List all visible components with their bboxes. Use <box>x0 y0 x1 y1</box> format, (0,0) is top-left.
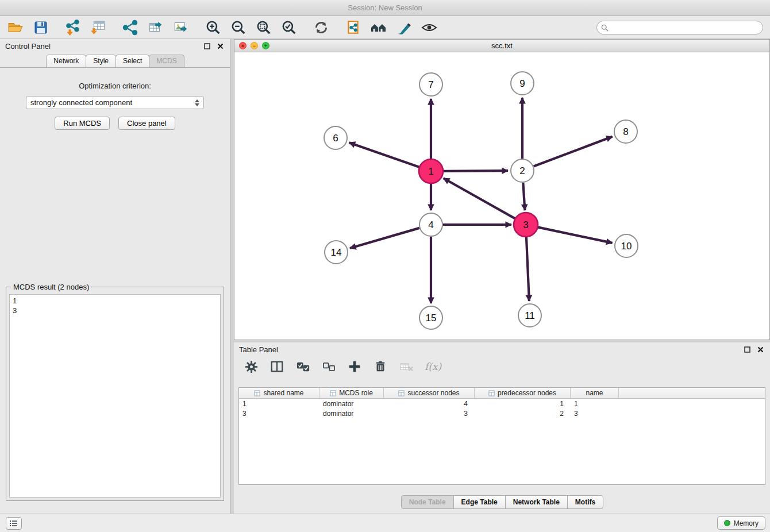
zoom-in-icon[interactable] <box>205 19 222 36</box>
tab-style[interactable]: Style <box>86 55 116 67</box>
run-mcds-button[interactable]: Run MCDS <box>55 117 110 130</box>
cell-shared-name[interactable]: 1 <box>239 399 319 408</box>
column-header-name[interactable]: name <box>571 388 619 399</box>
tab-motifs[interactable]: Motifs <box>567 495 603 509</box>
close-panel-icon[interactable] <box>215 41 225 51</box>
import-table-icon[interactable] <box>90 19 107 36</box>
refresh-view-icon[interactable] <box>313 19 330 36</box>
column-header-successor-nodes[interactable]: successor nodes <box>384 388 475 399</box>
status-bar: Memory <box>0 514 770 532</box>
graph-edge-1-6[interactable] <box>349 142 420 167</box>
cell-name[interactable]: 3 <box>571 408 619 418</box>
close-window-icon[interactable]: × <box>239 42 247 49</box>
graph-node-15[interactable]: 15 <box>419 306 442 329</box>
graph-node-8[interactable]: 8 <box>614 120 637 143</box>
optimization-criterion-select[interactable]: strongly connected component <box>26 96 204 109</box>
column-type-icon <box>488 390 495 396</box>
column-header-predecessor-nodes[interactable]: predecessor nodes <box>475 388 571 399</box>
new-network-icon[interactable] <box>122 19 139 36</box>
graph-edge-1-2[interactable] <box>443 171 508 171</box>
open-session-icon[interactable] <box>7 19 24 36</box>
graph-edge-4-14[interactable] <box>350 228 419 248</box>
delete-table-icon-disabled <box>399 359 414 374</box>
network-window-titlebar[interactable]: × − + scc.txt <box>234 40 769 52</box>
show-hide-details-eye-icon[interactable] <box>421 19 438 36</box>
graph-node-9[interactable]: 9 <box>511 72 534 95</box>
search-field-wrap <box>596 21 763 34</box>
graph-node-3[interactable]: 3 <box>514 213 538 237</box>
graph-node-2[interactable]: 2 <box>511 159 534 182</box>
graph-node-7[interactable]: 7 <box>419 73 442 96</box>
mcds-result-list[interactable]: 1 3 <box>9 294 221 498</box>
column-type-icon <box>330 390 336 396</box>
memory-button[interactable]: Memory <box>717 516 765 530</box>
apply-style-icon[interactable] <box>395 19 413 36</box>
svg-text:15: 15 <box>426 313 437 323</box>
cell-mcds-role[interactable]: dominator <box>319 399 384 408</box>
graph-node-11[interactable]: 11 <box>518 304 541 327</box>
export-table-icon[interactable] <box>147 19 164 36</box>
network-canvas[interactable]: 7968124314101511 <box>234 52 769 340</box>
cell-name[interactable]: 1 <box>571 399 619 408</box>
cell-successor-nodes[interactable]: 3 <box>384 408 475 418</box>
graph-edge-2-3[interactable] <box>523 183 525 210</box>
zoom-out-icon[interactable] <box>230 19 247 36</box>
deselect-all-rows-icon[interactable] <box>321 359 336 374</box>
tab-edge-table[interactable]: Edge Table <box>453 495 506 509</box>
control-panel-header: Control Panel <box>0 39 230 53</box>
graph-edge-3-1[interactable] <box>444 178 515 218</box>
window-title: Session: New Session <box>348 3 422 12</box>
close-table-panel-icon[interactable] <box>756 345 765 354</box>
graph-node-4[interactable]: 4 <box>419 213 442 236</box>
minimize-window-icon[interactable]: − <box>251 42 258 49</box>
show-column-icon[interactable] <box>270 359 284 374</box>
export-image-icon[interactable] <box>172 19 190 36</box>
task-history-button[interactable] <box>6 517 22 530</box>
column-header-mcds-role[interactable]: MCDS role <box>319 388 384 399</box>
cell-predecessor-nodes[interactable]: 2 <box>475 408 571 418</box>
graph-edge-3-10[interactable] <box>538 227 613 242</box>
search-icon <box>601 24 609 34</box>
tab-network-table[interactable]: Network Table <box>505 495 568 509</box>
close-panel-button[interactable]: Close panel <box>118 117 175 130</box>
svg-text:1: 1 <box>428 166 433 177</box>
import-network-icon[interactable] <box>64 19 82 36</box>
tab-mcds[interactable]: MCDS <box>149 55 184 67</box>
control-panel: Control Panel Network Style Select MCDS … <box>0 39 230 514</box>
select-all-rows-icon[interactable] <box>295 359 310 374</box>
optimization-criterion-label: Optimization criterion: <box>0 82 230 90</box>
cell-mcds-role[interactable]: dominator <box>319 408 384 418</box>
save-session-icon[interactable] <box>32 19 49 36</box>
window-titlebar: Session: New Session <box>0 0 770 16</box>
column-header-shared-name[interactable]: shared name <box>239 388 319 399</box>
mcds-result-box: MCDS result (2 nodes) 1 3 <box>6 283 224 501</box>
search-input[interactable] <box>596 21 763 34</box>
float-table-panel-icon[interactable] <box>742 345 752 354</box>
delete-column-trash-icon[interactable] <box>373 359 388 374</box>
svg-text:4: 4 <box>428 219 433 230</box>
table-row[interactable]: 3 dominator 3 2 3 <box>239 408 765 418</box>
open-annotations-icon[interactable] <box>345 19 362 36</box>
tab-network[interactable]: Network <box>46 55 86 67</box>
graph-node-14[interactable]: 14 <box>325 241 348 264</box>
table-row[interactable]: 1 dominator 4 1 1 <box>239 399 765 408</box>
tab-node-table[interactable]: Node Table <box>401 495 454 509</box>
maximize-window-icon[interactable]: + <box>262 42 270 49</box>
table-settings-gear-icon[interactable] <box>244 359 259 374</box>
zoom-fit-icon[interactable] <box>255 19 272 36</box>
cell-successor-nodes[interactable]: 4 <box>384 399 475 408</box>
network-window-title: scc.txt <box>491 41 513 50</box>
graph-node-1[interactable]: 1 <box>419 159 443 183</box>
cell-shared-name[interactable]: 3 <box>239 408 319 418</box>
graph-node-10[interactable]: 10 <box>615 234 638 257</box>
table-panel-title: Table Panel <box>239 345 278 354</box>
cell-predecessor-nodes[interactable]: 1 <box>475 399 571 408</box>
create-column-plus-icon[interactable] <box>347 359 362 374</box>
network-overview-icon[interactable] <box>370 19 387 36</box>
float-panel-icon[interactable] <box>202 41 211 51</box>
graph-edge-3-11[interactable] <box>526 237 529 301</box>
graph-node-6[interactable]: 6 <box>324 126 347 149</box>
graph-edge-2-8[interactable] <box>534 137 613 167</box>
zoom-selected-icon[interactable] <box>280 19 298 36</box>
tab-select[interactable]: Select <box>116 55 149 67</box>
